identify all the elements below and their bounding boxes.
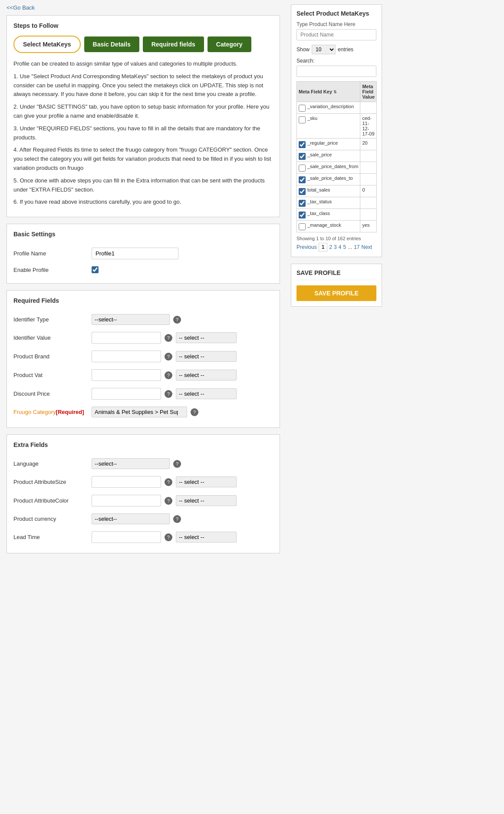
lead-time-select[interactable]: -- select --: [176, 532, 237, 543]
product-name-input[interactable]: [296, 29, 376, 40]
meta-key-text-9: _manage_stock: [307, 222, 341, 228]
meta-value-cell-5: [360, 174, 377, 185]
meta-checkbox-5[interactable]: [299, 176, 306, 183]
meta-value-cell-4: [360, 162, 377, 174]
save-profile-panel: SAVE PROFILE SAVE PROFILE: [291, 264, 382, 307]
step-category[interactable]: Category: [208, 36, 251, 52]
product-vat-input[interactable]: [92, 369, 161, 381]
enable-profile-row: Enable Profile: [13, 263, 273, 277]
identifier-value-help-icon[interactable]: ?: [165, 334, 172, 342]
save-profile-button[interactable]: SAVE PROFILE: [296, 285, 376, 301]
language-label: Language: [13, 460, 92, 467]
fruugo-category-text: Fruugo Category: [13, 409, 56, 415]
meta-checkbox-0[interactable]: [299, 105, 306, 112]
pagination-previous[interactable]: Previous: [296, 244, 317, 250]
product-vat-help-icon[interactable]: ?: [165, 371, 172, 379]
meta-key-cell-4: _sale_price_dates_from: [297, 162, 360, 174]
product-brand-row: Product Brand ? -- select --: [13, 347, 273, 366]
product-currency-label: Product currency: [13, 516, 92, 522]
step-basic-details[interactable]: Basic Details: [84, 36, 139, 52]
meta-value-cell-7: [360, 197, 377, 209]
product-attribute-color-select[interactable]: -- select --: [176, 495, 237, 506]
meta-checkbox-2[interactable]: [299, 141, 306, 148]
lead-time-help-icon[interactable]: ?: [165, 533, 172, 541]
discount-price-input[interactable]: [92, 388, 161, 400]
product-attribute-color-help-icon[interactable]: ?: [165, 497, 172, 505]
meta-checkbox-4[interactable]: [299, 165, 306, 172]
meta-key-cell-3: _sale_price: [297, 150, 360, 162]
identifier-value-input[interactable]: [92, 332, 161, 344]
show-label: Show: [296, 46, 310, 53]
pagination-page-5[interactable]: 5: [343, 244, 346, 250]
meta-table-row: _sku ced-11-12-17-09: [297, 114, 377, 139]
meta-key-cell-0: _variation_description: [297, 102, 360, 114]
product-currency-select[interactable]: --select--: [92, 513, 170, 524]
profile-name-label: Profile Name: [13, 250, 92, 257]
identifier-value-select[interactable]: -- select --: [176, 332, 237, 343]
lead-time-input[interactable]: [92, 531, 161, 543]
show-entries-row: Show 10 25 50 entries: [296, 45, 376, 54]
meta-key-cell-8: _tax_class: [297, 209, 360, 221]
meta-checkbox-8[interactable]: [299, 212, 306, 218]
product-attribute-size-help-icon[interactable]: ?: [165, 478, 172, 486]
meta-checkbox-1[interactable]: [299, 116, 306, 123]
meta-checkbox-6[interactable]: [299, 188, 306, 195]
product-attribute-size-input[interactable]: [92, 476, 161, 488]
step-select-metakeys[interactable]: Select MetaKeys: [13, 36, 81, 53]
product-brand-input[interactable]: [92, 351, 161, 362]
meta-key-text-7: _tax_status: [307, 199, 332, 204]
meta-key-text-8: _tax_class: [307, 211, 330, 216]
meta-checkbox-3[interactable]: [299, 153, 306, 160]
product-brand-help-icon[interactable]: ?: [165, 353, 172, 361]
search-input[interactable]: [296, 66, 376, 77]
language-help-icon[interactable]: ?: [173, 460, 181, 468]
meta-key-text-0: _variation_description: [307, 104, 354, 109]
meta-checkbox-9[interactable]: [299, 223, 306, 230]
instruction-3: 3. Under "REQUIRED FIELDS" sections, you…: [13, 124, 273, 142]
pagination-last-page[interactable]: 17: [354, 244, 359, 250]
product-currency-help-icon[interactable]: ?: [173, 515, 181, 523]
discount-price-select[interactable]: -- select --: [176, 388, 237, 399]
product-vat-select[interactable]: -- select --: [176, 370, 237, 381]
identifier-type-help-icon[interactable]: ?: [173, 316, 181, 324]
pagination-page-3[interactable]: 3: [334, 244, 337, 250]
save-profile-title: SAVE PROFILE: [296, 269, 376, 280]
pagination-page-2[interactable]: 2: [329, 244, 332, 250]
meta-table-row: _sale_price_dates_from: [297, 162, 377, 174]
product-vat-row: Product Vat ? -- select --: [13, 366, 273, 384]
pagination-page-1[interactable]: 1: [319, 243, 328, 251]
entries-select[interactable]: 10 25 50: [312, 45, 336, 54]
fruugo-category-label: Fruugo Category[Required]: [13, 409, 92, 415]
enable-profile-label: Enable Profile: [13, 267, 92, 273]
meta-key-cell-6: total_sales: [297, 185, 360, 197]
instruction-5: 5. Once done with above steps you can fi…: [13, 176, 273, 195]
profile-name-row: Profile Name: [13, 244, 273, 263]
required-fields-section: Required Fields Identifier Type --select…: [7, 290, 280, 428]
fruugo-category-select[interactable]: Animals & Pet Supplies > Pet Sup...: [92, 407, 187, 417]
discount-price-help-icon[interactable]: ?: [165, 390, 172, 398]
profile-name-input[interactable]: [92, 248, 178, 259]
product-attribute-color-input[interactable]: [92, 495, 161, 506]
fruugo-category-required: [Required]: [56, 409, 84, 415]
meta-value-cell-6: 0: [360, 185, 377, 197]
language-row: Language --select-- ?: [13, 455, 273, 473]
sort-icon-key[interactable]: ⇅: [333, 90, 337, 94]
product-attribute-size-select[interactable]: -- select --: [176, 476, 237, 487]
pagination-next[interactable]: Next: [362, 244, 372, 250]
identifier-value-row: Identifier Value ? -- select --: [13, 328, 273, 347]
basic-settings-title: Basic Settings: [13, 231, 273, 238]
lead-time-label: Lead Time: [13, 534, 92, 540]
step-required-fields[interactable]: Required fields: [143, 36, 204, 52]
pagination-page-4[interactable]: 4: [339, 244, 342, 250]
fruugo-category-help-icon[interactable]: ?: [191, 408, 198, 416]
language-select[interactable]: --select--: [92, 458, 170, 469]
product-brand-select[interactable]: -- select --: [176, 351, 237, 362]
identifier-type-select[interactable]: --select--: [92, 314, 170, 325]
enable-profile-checkbox[interactable]: [92, 266, 99, 273]
instruction-6: 6. If you have read above instructions c…: [13, 198, 273, 207]
meta-checkbox-7[interactable]: [299, 200, 306, 207]
meta-key-text-1: _sku: [307, 116, 317, 121]
identifier-type-row: Identifier Type --select-- ?: [13, 311, 273, 328]
go-back-link[interactable]: <<Go Back: [7, 4, 35, 11]
instruction-1: 1. Use "Select Product And Corresponding…: [13, 72, 273, 99]
